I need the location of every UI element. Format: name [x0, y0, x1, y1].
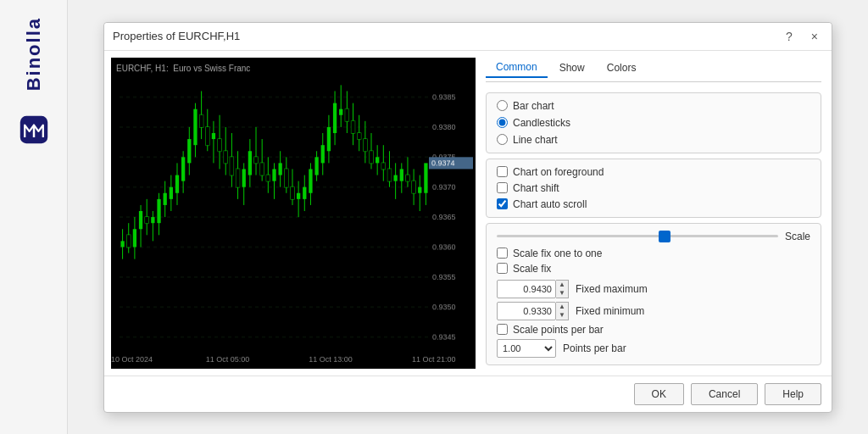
- fixed-max-input[interactable]: [497, 280, 556, 298]
- fixed-min-spin-buttons: ▲ ▼: [556, 302, 569, 320]
- right-panel: Common Show Colors Bar chart: [476, 51, 832, 376]
- checkbox-shift-input[interactable]: [497, 182, 508, 193]
- fixed-max-row: ▲ ▼ Fixed maximum: [497, 280, 810, 298]
- radio-bar-label: Bar chart: [513, 100, 554, 112]
- radio-line-label: Line chart: [513, 134, 558, 146]
- fixed-max-label: Fixed maximum: [576, 283, 648, 295]
- checkbox-foreground-input[interactable]: [497, 166, 508, 177]
- fixed-max-spin-buttons: ▲ ▼: [556, 280, 569, 298]
- checkbox-autoscroll[interactable]: Chart auto scroll: [497, 198, 810, 210]
- dialog-title: Properties of EURCHF,H1: [113, 30, 240, 42]
- sidebar-logo: Binolla: [23, 17, 45, 91]
- checkbox-points-per-bar-label: Scale points per bar: [513, 324, 604, 336]
- dialog: Properties of EURCHF,H1 ? × Common Sh: [103, 22, 832, 413]
- close-button[interactable]: ×: [806, 28, 823, 45]
- tab-show[interactable]: Show: [549, 58, 595, 78]
- fixed-min-input[interactable]: [497, 302, 556, 320]
- checkbox-fix[interactable]: Scale fix: [497, 263, 810, 275]
- radio-candlestick-label: Candlesticks: [513, 117, 570, 129]
- checkbox-foreground-label: Chart on foreground: [513, 166, 604, 178]
- ok-button[interactable]: OK: [634, 383, 684, 405]
- checkbox-fix-label: Scale fix: [513, 263, 551, 275]
- fixed-min-up[interactable]: ▲: [556, 303, 568, 311]
- fixed-min-spinner: ▲ ▼: [497, 302, 569, 320]
- chart-container: [111, 58, 476, 369]
- checkbox-shift[interactable]: Chart shift: [497, 182, 810, 194]
- app-container: Binolla Properties of EURCHF,H1 ? ×: [0, 0, 868, 434]
- checkbox-shift-label: Chart shift: [513, 182, 559, 194]
- radio-bar-input[interactable]: [497, 100, 508, 111]
- radio-group: Bar chart Candlesticks Line chart: [497, 100, 810, 146]
- fixed-min-label: Fixed minimum: [576, 305, 644, 317]
- dialog-controls: ? ×: [781, 28, 823, 45]
- points-label: Points per bar: [563, 342, 626, 354]
- dialog-titlebar: Properties of EURCHF,H1 ? ×: [104, 23, 832, 51]
- scale-section: Scale Scale fix one to one Scale fix: [486, 223, 821, 365]
- fixed-min-down[interactable]: ▼: [556, 311, 568, 320]
- checkbox-points-per-bar-input[interactable]: [497, 324, 508, 335]
- radio-candlestick-input[interactable]: [497, 117, 508, 128]
- checkbox-fix-one-to-one-input[interactable]: [497, 248, 508, 259]
- chart-type-section: Bar chart Candlesticks Line chart: [486, 92, 821, 153]
- scale-row: Scale: [497, 231, 810, 242]
- dialog-footer: OK Cancel Help: [104, 376, 832, 412]
- checkbox-fix-one-to-one[interactable]: Scale fix one to one: [497, 248, 810, 259]
- help-button[interactable]: ?: [781, 28, 798, 45]
- scale-slider[interactable]: [497, 235, 778, 237]
- checkbox-autoscroll-input[interactable]: [497, 198, 508, 209]
- dialog-body: Common Show Colors Bar chart: [104, 51, 832, 376]
- cancel-button[interactable]: Cancel: [691, 383, 758, 405]
- checkbox-section: Chart on foreground Chart shift Chart au…: [486, 159, 821, 218]
- radio-line[interactable]: Line chart: [497, 134, 810, 146]
- checkbox-foreground[interactable]: Chart on foreground: [497, 166, 810, 178]
- checkbox-fix-one-to-one-label: Scale fix one to one: [513, 248, 602, 259]
- scale-label: Scale: [785, 231, 810, 242]
- points-select[interactable]: 1.00 2.00 0.50: [497, 339, 556, 358]
- chart-canvas: [111, 58, 476, 369]
- tab-colors[interactable]: Colors: [597, 58, 647, 78]
- checkbox-autoscroll-label: Chart auto scroll: [513, 198, 587, 210]
- radio-candlestick[interactable]: Candlesticks: [497, 117, 810, 129]
- radio-bar[interactable]: Bar chart: [497, 100, 810, 112]
- tab-common[interactable]: Common: [486, 58, 548, 78]
- checkbox-points-per-bar[interactable]: Scale points per bar: [497, 324, 810, 336]
- sidebar: Binolla: [0, 0, 68, 434]
- points-row: 1.00 2.00 0.50 Points per bar: [497, 339, 810, 358]
- tabs: Common Show Colors: [486, 58, 821, 82]
- fixed-min-row: ▲ ▼ Fixed minimum: [497, 302, 810, 320]
- help-footer-button[interactable]: Help: [765, 383, 821, 405]
- fixed-max-spinner: ▲ ▼: [497, 280, 569, 298]
- checkbox-fix-input[interactable]: [497, 263, 508, 274]
- main-area: Properties of EURCHF,H1 ? × Common Sh: [68, 0, 868, 434]
- sidebar-icon: [17, 113, 51, 147]
- fixed-max-up[interactable]: ▲: [556, 281, 568, 289]
- radio-line-input[interactable]: [497, 134, 508, 145]
- fixed-max-down[interactable]: ▼: [556, 289, 568, 298]
